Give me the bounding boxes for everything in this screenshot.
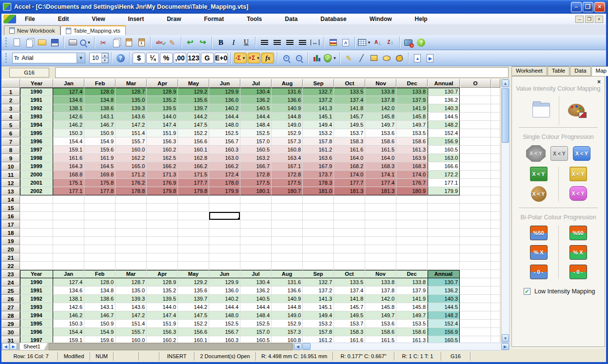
cell[interactable]: 162.8 <box>178 154 209 162</box>
cell[interactable] <box>116 195 147 204</box>
close-preview-button[interactable] <box>403 37 414 48</box>
cell[interactable]: 161.2 <box>303 146 334 154</box>
cell[interactable]: 166.2 <box>209 162 240 171</box>
select-all-corner[interactable] <box>1 79 20 88</box>
cell[interactable]: 180.1 <box>240 187 272 195</box>
print-preview-button[interactable]: ▼ <box>79 37 91 48</box>
cell[interactable]: 158.6 <box>365 137 396 146</box>
scroll-right-icon[interactable]: ▶ <box>501 343 509 350</box>
cell[interactable] <box>178 220 209 229</box>
cell[interactable] <box>396 220 428 229</box>
cell[interactable] <box>396 195 428 204</box>
cell[interactable]: 161.5 <box>365 336 396 343</box>
paste-special-button[interactable]: 1 <box>136 37 147 48</box>
cell[interactable]: 131.6 <box>272 278 303 287</box>
cell[interactable]: 164.0 <box>334 154 365 162</box>
cell[interactable] <box>53 237 84 245</box>
cell[interactable]: 152.4 <box>428 129 460 137</box>
formula-input[interactable] <box>55 67 509 78</box>
cell[interactable]: 2002 <box>20 187 53 195</box>
new-mapping-button[interactable] <box>532 103 550 117</box>
cell[interactable]: 145.8 <box>365 303 396 311</box>
cell[interactable]: 139.7 <box>178 104 209 113</box>
spin-down-icon[interactable]: ▼ <box>101 58 108 63</box>
cell[interactable]: 135.0 <box>116 287 147 295</box>
cell[interactable]: 145.8 <box>365 113 396 121</box>
menu-database[interactable]: Database <box>315 15 351 23</box>
row-header-16[interactable]: 16 <box>1 212 20 220</box>
cell[interactable] <box>460 303 491 311</box>
cell[interactable] <box>178 245 209 253</box>
cell[interactable]: 153.2 <box>303 320 334 328</box>
horizontal-scrollbar[interactable]: ◀ ▶ <box>294 343 510 350</box>
cell[interactable]: 139.3 <box>116 295 147 303</box>
cell[interactable] <box>428 204 460 212</box>
cell[interactable]: 144.4 <box>240 303 272 311</box>
cell[interactable]: 130.7 <box>428 88 460 96</box>
cell[interactable]: 141.8 <box>334 104 365 113</box>
cell[interactable]: 175.1 <box>53 179 84 187</box>
cell[interactable]: 145.7 <box>334 303 365 311</box>
cell[interactable]: 158.6 <box>365 328 396 336</box>
cell[interactable] <box>460 171 491 179</box>
cell[interactable] <box>334 195 365 204</box>
cell[interactable]: 129.2 <box>178 88 209 96</box>
cell[interactable]: 143.1 <box>84 303 116 311</box>
cell[interactable]: 171.3 <box>147 171 178 179</box>
cell[interactable]: 128.7 <box>116 278 147 287</box>
row-header-19[interactable]: 19 <box>1 237 20 245</box>
cell[interactable]: 156.6 <box>178 328 209 336</box>
cell[interactable] <box>20 229 53 237</box>
cell[interactable]: 163.0 <box>209 154 240 162</box>
cell[interactable]: 140.5 <box>240 295 272 303</box>
cell[interactable]: 137.9 <box>396 287 428 295</box>
help-button[interactable]: ? <box>415 37 427 48</box>
cell[interactable]: 157.3 <box>272 137 303 146</box>
tab-worksheet[interactable]: Worksheet <box>511 66 547 76</box>
spell-check-button[interactable]: abc <box>154 37 165 48</box>
cell[interactable]: 157.3 <box>272 328 303 336</box>
cell[interactable]: 160.8 <box>272 146 303 154</box>
cell[interactable] <box>116 262 147 270</box>
cell[interactable]: 139.7 <box>178 295 209 303</box>
column-header-may[interactable]: May <box>178 79 209 88</box>
cell[interactable] <box>147 195 178 204</box>
cell[interactable] <box>209 245 240 253</box>
cell[interactable] <box>272 262 303 270</box>
cell[interactable]: 138.6 <box>84 104 116 113</box>
cell[interactable] <box>460 146 491 154</box>
cell[interactable]: 166.2 <box>147 162 178 171</box>
cell[interactable]: 153.7 <box>334 129 365 137</box>
cell[interactable]: Mar <box>116 270 147 278</box>
cell[interactable] <box>460 311 491 320</box>
cell[interactable]: 144.4 <box>209 303 240 311</box>
row-header-18[interactable]: 18 <box>1 229 20 237</box>
cell[interactable]: 166.2 <box>178 162 209 171</box>
cell[interactable] <box>53 195 84 204</box>
zoom-out-button[interactable]: − <box>293 52 305 64</box>
cell[interactable]: 148.4 <box>240 311 272 320</box>
row-header-13[interactable]: 13 <box>1 187 20 195</box>
cell[interactable] <box>365 229 396 237</box>
column-header-aug[interactable]: Aug <box>272 79 303 88</box>
row-header-20[interactable]: 20 <box>1 245 20 253</box>
cell[interactable]: 150.9 <box>84 320 116 328</box>
column-header-jul[interactable]: Jul <box>240 79 272 88</box>
cell[interactable] <box>116 253 147 262</box>
column-header-o[interactable]: O <box>460 79 491 88</box>
cell[interactable]: 153.5 <box>396 320 428 328</box>
cell[interactable] <box>334 253 365 262</box>
cell[interactable]: 144.4 <box>240 113 272 121</box>
cell[interactable]: 132.7 <box>303 278 334 287</box>
column-header-jan[interactable]: Jan <box>53 79 84 88</box>
cell[interactable]: 145.8 <box>396 303 428 311</box>
column-header-nov[interactable]: Nov <box>365 79 396 88</box>
align-left-button[interactable] <box>258 37 270 48</box>
scroll-left-icon[interactable]: ◀ <box>294 343 302 350</box>
sum-minus-button[interactable]: -Σ▼ <box>234 53 247 63</box>
cell[interactable]: 158.6 <box>396 328 428 336</box>
cell[interactable]: 178.3 <box>303 179 334 187</box>
cell[interactable]: 156.9 <box>428 328 460 336</box>
cell[interactable] <box>396 212 428 220</box>
mdi-close-button[interactable]: × <box>595 16 603 23</box>
